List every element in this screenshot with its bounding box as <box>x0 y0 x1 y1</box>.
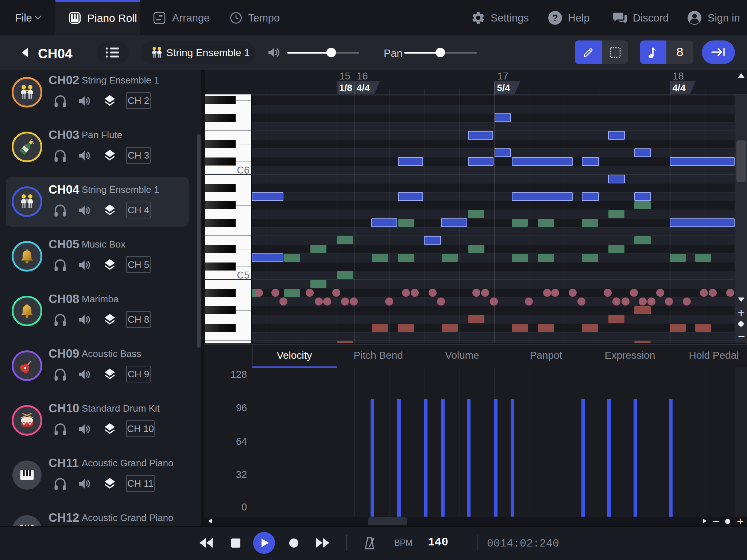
svg-text:?: ? <box>552 13 558 23</box>
